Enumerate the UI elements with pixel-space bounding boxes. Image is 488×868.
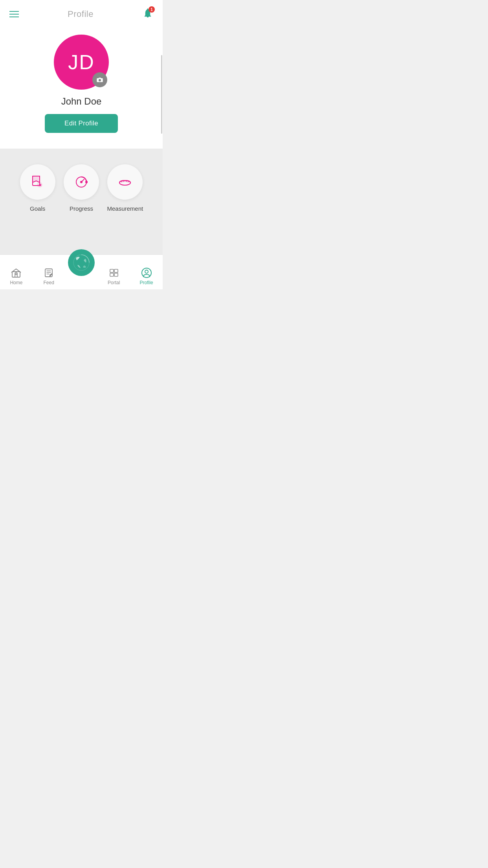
header: Profile 1	[0, 0, 163, 27]
app-container: Profile 1 JD John Doe Edit Profile	[0, 0, 163, 289]
menu-button[interactable]	[8, 9, 20, 19]
nav-label-profile: Profile	[140, 280, 153, 285]
progress-label: Progress	[70, 205, 93, 212]
home-icon	[11, 267, 22, 278]
nav-label-home: Home	[10, 280, 22, 285]
nav-item-feed[interactable]: Feed	[33, 267, 65, 285]
svg-rect-20	[110, 269, 114, 272]
svg-rect-22	[110, 273, 114, 276]
svg-text:★: ★	[39, 183, 42, 187]
menu-section: ★ Goals Progress	[0, 149, 163, 254]
portal-icon	[108, 267, 119, 278]
measurement-label: Measurement	[107, 205, 143, 212]
bottom-nav: Home Feed	[0, 254, 163, 289]
nav-item-home[interactable]: Home	[0, 267, 33, 285]
camera-icon	[96, 76, 103, 83]
nav-label-feed: Feed	[44, 280, 54, 285]
goals-label: Goals	[30, 205, 45, 212]
measurement-menu-item[interactable]: Measurement	[103, 164, 147, 212]
avatar-initials: JD	[68, 50, 95, 74]
page-title: Profile	[68, 9, 94, 19]
hamburger-line-2	[9, 14, 19, 15]
svg-point-25	[145, 270, 148, 273]
portal-ball-icon	[73, 254, 90, 271]
progress-menu-item[interactable]: Progress	[59, 164, 103, 212]
nav-item-portal[interactable]: Portal	[97, 267, 130, 285]
feed-icon	[43, 267, 54, 278]
scroll-track	[161, 0, 163, 289]
measurement-icon-circle	[107, 164, 143, 200]
goals-icon: ★	[29, 174, 46, 190]
svg-marker-2	[33, 176, 40, 182]
profile-section: JD John Doe Edit Profile	[0, 27, 163, 149]
edit-profile-button[interactable]: Edit Profile	[45, 114, 118, 133]
user-name: John Doe	[61, 96, 102, 107]
nav-item-profile[interactable]: Profile	[130, 267, 163, 285]
notification-badge: 1	[149, 6, 155, 13]
svg-rect-21	[114, 269, 118, 272]
goals-icon-circle: ★	[20, 164, 55, 200]
avatar-container: JD	[54, 35, 109, 90]
portal-fab-circle	[68, 249, 95, 276]
menu-row: ★ Goals Progress	[12, 164, 151, 212]
hamburger-line-3	[9, 17, 19, 17]
profile-nav-icon	[141, 267, 152, 278]
goals-menu-item[interactable]: ★ Goals	[16, 164, 59, 212]
svg-rect-17	[45, 269, 52, 277]
change-photo-button[interactable]	[92, 72, 107, 87]
nav-item-portal-fab[interactable]	[65, 258, 98, 285]
scroll-thumb	[161, 55, 162, 134]
progress-icon	[73, 174, 90, 190]
notification-button[interactable]: 1	[141, 6, 155, 22]
nav-label-portal: Portal	[108, 280, 120, 285]
svg-rect-23	[114, 273, 118, 276]
progress-icon-circle	[64, 164, 99, 200]
hamburger-line-1	[9, 11, 19, 12]
measurement-icon	[117, 174, 133, 190]
